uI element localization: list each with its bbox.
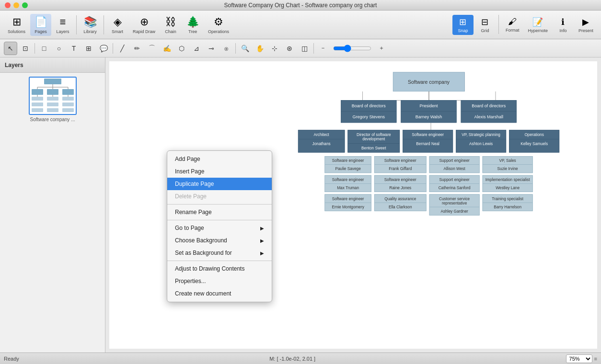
minimize-button[interactable] xyxy=(13,2,19,8)
org-node-l2-2[interactable]: Board of directors Alexis Marshall xyxy=(461,100,517,123)
format-label: Format xyxy=(506,28,520,33)
l4-col1: Software engineer Paulie Savege Software… xyxy=(324,156,371,216)
tool-arc[interactable]: ⌒ xyxy=(145,42,159,55)
toolbar-grid[interactable]: ⊟ Grid xyxy=(474,15,496,35)
operations-label: Operations xyxy=(208,29,229,34)
ctx-rename-page[interactable]: Rename Page xyxy=(167,206,272,218)
tool-select[interactable]: ↖ xyxy=(4,42,17,55)
l4-c3-0[interactable]: Support engineer Allison West xyxy=(429,156,480,173)
coordinates-text: M: [ -1.0e-02, 2.01 ] xyxy=(269,356,315,362)
toolbar-rapid-draw[interactable]: ⊕ Rapid Draw xyxy=(129,14,159,36)
tool-point[interactable]: ⊹ xyxy=(268,42,281,55)
ctx-set-background[interactable]: Set as Background for ▶ xyxy=(167,247,272,259)
tool-text[interactable]: T xyxy=(67,42,81,55)
org-node-l3-0[interactable]: Architect Jonathans xyxy=(298,130,345,152)
l3-2-title: Software engineer xyxy=(403,130,453,139)
zoom-dropdown[interactable]: 75% 50% 100% 150% 200% xyxy=(566,354,592,363)
tool-subselect[interactable]: ⊡ xyxy=(19,42,32,55)
tool-line[interactable]: ╱ xyxy=(116,42,129,55)
l4-c1-2[interactable]: Software engineer Ernie Montgomery xyxy=(324,194,371,211)
zoom-slider[interactable] xyxy=(333,45,371,52)
tool-brush[interactable]: ⊛ xyxy=(283,42,296,55)
toolbar-layers[interactable]: ≡ Layers xyxy=(52,14,73,36)
toolbar-solutions[interactable]: ⊞ Solutions xyxy=(4,14,29,36)
tool-eraser[interactable]: ◫ xyxy=(298,42,311,55)
toolbar-smart[interactable]: ◈ Smart xyxy=(107,14,128,36)
smart-label: Smart xyxy=(112,29,123,34)
ctx-duplicate-page[interactable]: Duplicate Page xyxy=(167,178,272,190)
org-node-l3-4[interactable]: Operations Kelley Samuels xyxy=(509,130,559,152)
svg-rect-13 xyxy=(47,97,58,101)
l4-c4-1[interactable]: Implementation specialist Westley Lane xyxy=(483,175,533,192)
tool-adjust[interactable]: ⊿ xyxy=(190,42,203,55)
ctx-add-page[interactable]: Add Page xyxy=(167,153,272,165)
ctx-create-doc[interactable]: Create new document xyxy=(167,287,272,300)
org-node-l3-1[interactable]: Director of software development Benton … xyxy=(347,130,400,152)
tool-pen[interactable]: ✏ xyxy=(130,42,144,55)
statusbar: Ready M: [ -1.0e-02, 2.01 ] 75% 50% 100%… xyxy=(0,353,601,364)
l4-c2-1[interactable]: Software engineer Raine Jones xyxy=(374,175,427,192)
toolbar-sep-r1 xyxy=(498,15,499,34)
tool-freedraw[interactable]: ✍ xyxy=(160,42,173,55)
l3-0-name: Jonathans xyxy=(299,139,345,148)
toolbar-library[interactable]: 📚 Library xyxy=(80,14,101,36)
ctx-choose-background[interactable]: Choose Background ▶ xyxy=(167,234,272,247)
toolbar-info[interactable]: ℹ Info xyxy=(553,15,574,35)
rapid-draw-icon: ⊕ xyxy=(140,16,149,28)
zoom-out-btn[interactable]: － xyxy=(316,42,330,55)
tool-connect[interactable]: ⊸ xyxy=(205,42,218,55)
toolbar-present[interactable]: ▶ Present xyxy=(575,15,597,35)
org-node-l3-3[interactable]: VP, Strategic planning Ashton Lewis xyxy=(456,130,506,152)
tool-rect[interactable]: □ xyxy=(37,42,51,55)
toolbar-snap[interactable]: ⊞ Snap xyxy=(452,15,474,35)
org-node-l2-1[interactable]: President Barney Walsh xyxy=(401,100,456,123)
smart-icon: ◈ xyxy=(114,16,122,28)
format-icon: 🖌 xyxy=(508,17,517,27)
l4-c1-0[interactable]: Software engineer Paulie Savege xyxy=(324,156,371,173)
ctx-insert-page[interactable]: Insert Page xyxy=(167,165,272,178)
page-thumbnail[interactable] xyxy=(29,77,77,115)
snap-label: Snap xyxy=(458,28,468,33)
layers-label: Layers xyxy=(57,29,69,34)
tool-comment[interactable]: 💬 xyxy=(97,42,110,55)
tool-ellipse[interactable]: ○ xyxy=(52,42,66,55)
canvas-area[interactable]: Software company xyxy=(105,57,601,353)
pages-icon: 📄 xyxy=(35,16,47,28)
tool-hand[interactable]: ✋ xyxy=(253,42,266,55)
org-node-l3-2[interactable]: Software engineer Bernard Neal xyxy=(403,130,453,152)
choose-bg-arrow: ▶ xyxy=(260,238,264,243)
toolbar-hypernote[interactable]: 📝 Hypernote xyxy=(524,15,552,35)
l4-c4-2[interactable]: Training specialist Barry Harrelson xyxy=(483,194,533,211)
toolbar-chain[interactable]: ⛓ Chain xyxy=(160,14,181,36)
tree-label: Tree xyxy=(188,29,197,34)
l4-c4-0[interactable]: VP, Sales Suzie Irvine xyxy=(483,156,533,173)
tool-symbol[interactable]: ⍟ xyxy=(220,42,233,55)
tool-zoom-fit[interactable]: 🔍 xyxy=(238,42,252,55)
svg-rect-19 xyxy=(47,108,58,112)
l4-c3-2[interactable]: Customer service representative Ashley G… xyxy=(429,194,480,216)
org-node-top[interactable]: Software company xyxy=(393,72,465,92)
svg-rect-16 xyxy=(47,102,58,106)
toolbar-tree[interactable]: 🌲 Tree xyxy=(182,14,203,36)
close-button[interactable] xyxy=(5,2,11,8)
toolbar-format[interactable]: 🖌 Format xyxy=(502,15,523,35)
toolbar-operations[interactable]: ⚙ Operations xyxy=(204,14,233,36)
l4-c3-1[interactable]: Support engineer Catherina Sanford xyxy=(429,175,480,192)
maximize-button[interactable] xyxy=(22,2,28,8)
ctx-go-to-page[interactable]: Go to Page ▶ xyxy=(167,222,272,234)
org-node-l2-0[interactable]: Board of directors Gregory Stevens xyxy=(341,100,396,123)
l4-c2-0[interactable]: Software engineer Frank Giffard xyxy=(374,156,427,173)
zoom-in-btn[interactable]: ＋ xyxy=(375,42,388,55)
tool-poly[interactable]: ⬡ xyxy=(175,42,188,55)
ctx-adjust-drawing[interactable]: Adjust to Drawing Contents xyxy=(167,262,272,275)
tool-table[interactable]: ⊞ xyxy=(82,42,95,55)
l4-c2-2[interactable]: Quality assurance Ella Clarkson xyxy=(374,194,427,211)
l4-c1-1[interactable]: Software engineer Max Truman xyxy=(324,175,371,192)
ctx-delete-page[interactable]: Delete Page xyxy=(167,190,272,203)
toolbar-pages[interactable]: 📄 Pages xyxy=(30,14,51,36)
l4-c1-2-name: Ernie Montgomery xyxy=(325,203,371,211)
ctx-properties[interactable]: Properties... xyxy=(167,275,272,287)
status-text: Ready xyxy=(4,356,19,362)
layers-icon: ≡ xyxy=(60,16,66,28)
l2-1-title: President xyxy=(401,101,456,112)
